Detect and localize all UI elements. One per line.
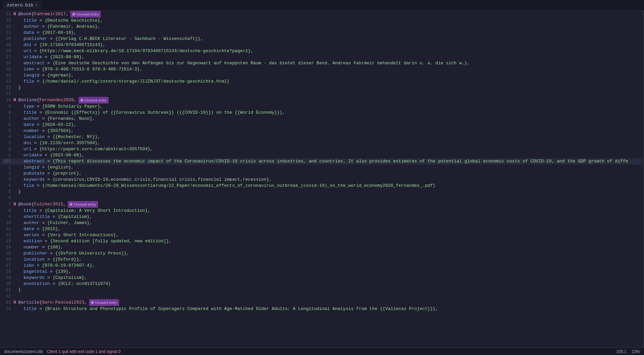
code-line: 19 doi = {10.17104/9783406715143},: [1, 42, 642, 48]
line-number: 20: [1, 281, 14, 287]
line-number: 22: [1, 24, 14, 30]
code-line: 14 langid = {ngerman},: [1, 72, 642, 79]
line-number: 16: [1, 60, 14, 66]
line-number: 22: [1, 293, 14, 299]
code-line: 5}: [1, 189, 642, 195]
line-text: date = {2020-03-22},: [18, 122, 642, 128]
code-line: 12}: [1, 85, 642, 91]
editor-container: 24H@book{Fahrmeir2017,Unused entry23 tit…: [0, 11, 644, 348]
code-line: 8 title = {Economic {{Effects}} of {{Cor…: [1, 110, 642, 116]
code-line: 3 doi = {10.2139/ssrn.3557504},: [1, 140, 642, 146]
code-line: 17 isbn = {978-0-19-872607-4},: [1, 263, 642, 269]
line-text: type = {SSRN Scholarly Paper},: [18, 104, 642, 110]
h-marker: H: [14, 299, 18, 306]
statusbar-left: documents/zotero.bib Client 1 quit with …: [4, 349, 120, 354]
line-number: 13: [1, 79, 14, 85]
code-line: 23 title = {Deutsche Geschichte},: [1, 18, 642, 24]
line-text: author = {Fahrmeir, Andreas},: [18, 24, 642, 30]
line-number: 3: [1, 140, 14, 146]
line-number: 1: [1, 152, 14, 158]
tab-zotero-bib[interactable]: zotero.bib ×: [3, 1, 42, 9]
line-text: abstract = {Eine deutsche Geschichte von…: [18, 60, 642, 66]
code-line: 5 number = {3557504},: [1, 128, 642, 134]
statusbar-position: 105,1: [616, 349, 626, 354]
code-line: 1 urldate = {2023-08-08},: [1, 152, 642, 158]
code-line: 3 keywords = {coronavirus,COVID-19,econo…: [1, 177, 642, 183]
code-line: 16 abstract = {Eine deutsche Geschichte …: [1, 60, 642, 66]
line-text: @book{Fulcher2015,Unused entry: [18, 201, 642, 208]
line-number: 23: [1, 299, 14, 306]
line-text: date = {2017-09-18},: [18, 30, 642, 36]
code-line: 22: [1, 293, 642, 299]
line-number: 5: [1, 128, 14, 134]
line-text: isbn = {978-3-406-71513-6 978-3-406-7151…: [18, 66, 642, 72]
line-number: 12: [1, 85, 14, 91]
line-number: 11: [1, 226, 14, 232]
line-text: @online{Fernandes2020,Unused entry: [18, 97, 642, 104]
line-number: 24: [1, 306, 14, 312]
code-line: 20 annotation = {OCLC: ocn913711974}: [1, 281, 642, 287]
line-text: location = {{Rochester, NY}},: [18, 134, 642, 140]
code-line: 4 location = {{Rochester, NY}},: [1, 134, 642, 140]
code-editor[interactable]: 24H@book{Fahrmeir2017,Unused entry23 tit…: [0, 11, 643, 348]
line-text: title = {Deutsche Geschichte},: [18, 18, 642, 24]
line-text: @article{Garo-Pascual2023,Unused entry: [18, 299, 642, 306]
line-number: 12: [1, 232, 14, 238]
line-text: number = {3557504},: [18, 128, 642, 134]
line-text: langid = {ngerman},: [18, 72, 642, 79]
code-line: 2 url = {https://papers.ssrn.com/abstrac…: [1, 146, 642, 152]
code-line: 20 publisher = {{Verlag C.H.BECK Literat…: [1, 36, 642, 42]
line-number: 11: [1, 91, 14, 97]
titlebar: zotero.bib ×: [0, 0, 644, 11]
code-line: 24 title = {Brain Structure and Phenotyp…: [1, 306, 642, 312]
tab-filename: zotero.bib: [7, 3, 33, 8]
line-number: 8: [1, 110, 14, 116]
code-line: 18 pagetotal = {139},: [1, 269, 642, 275]
line-number: 8: [1, 208, 14, 214]
line-text: langid = {english},: [18, 164, 642, 171]
unused-dot-icon: [70, 203, 72, 206]
code-line: 7 author = {Fernandes, Nuno},: [1, 116, 642, 122]
line-number: 4: [1, 183, 14, 189]
code-line: 9 shorttitle = {Capitalism},: [1, 214, 642, 220]
line-number: 18: [1, 48, 14, 54]
code-line: 11: [1, 91, 642, 97]
line-text: pagetotal = {139},: [18, 269, 642, 275]
line-text: url = {https://www.beck-elibrary.de/10.1…: [18, 48, 642, 54]
unused-dot-icon: [81, 99, 83, 102]
code-line: 21 date = {2017-09-18},: [1, 30, 642, 36]
code-line: 23H@article{Garo-Pascual2023,Unused entr…: [1, 299, 642, 306]
code-line: 13 file = {/home/daniel/.config/zotero/s…: [1, 79, 642, 85]
line-text: title = {Brain Structure and Phenotypic …: [18, 306, 642, 312]
line-text: title = {Capitalism: A Very Short Introd…: [18, 208, 642, 214]
line-number: 1: [1, 164, 14, 171]
statusbar-path: documents/zotero.bib: [4, 349, 43, 354]
line-text: file = {/home/daniel/.config/zotero/stor…: [18, 79, 642, 85]
line-text: series = {Very Short Introductions},: [18, 232, 642, 238]
line-number: 14: [1, 72, 14, 79]
line-text: author = {Fernandes, Nuno},: [18, 116, 642, 122]
line-number: 105: [1, 158, 14, 164]
line-number: 7: [1, 116, 14, 122]
code-line: 8 title = {Capitalism: A Very Short Intr…: [1, 208, 642, 214]
code-line: 19 keywords = {Capitalism},: [1, 275, 642, 281]
line-text: keywords = {Capitalism},: [18, 275, 642, 281]
code-line: 24H@book{Fahrmeir2017,Unused entry: [1, 11, 642, 18]
line-text: number = {108},: [18, 244, 642, 250]
code-line: 12 series = {Very Short Introductions},: [1, 232, 642, 238]
line-number: 6: [1, 195, 14, 201]
h-marker: H: [14, 201, 18, 207]
line-text: isbn = {978-0-19-872607-4},: [18, 263, 642, 269]
tab-close-icon[interactable]: ×: [35, 3, 38, 8]
line-text: publisher = {{Verlag C.H.BECK Literatur …: [18, 36, 642, 42]
line-number: 19: [1, 42, 14, 48]
line-number: 10: [1, 220, 14, 226]
line-text: }: [18, 287, 642, 293]
code-line: 13 edition = {Second edition [fully upda…: [1, 238, 642, 244]
line-text: shorttitle = {Capitalism},: [18, 214, 642, 220]
code-line: 10H@online{Fernandes2020,Unused entry: [1, 97, 642, 104]
unused-entry-badge: Unused entry: [79, 97, 109, 104]
code-line: 1 langid = {english},: [1, 164, 642, 171]
line-number: 15: [1, 250, 14, 257]
code-line: 15 isbn = {978-3-406-71513-6 978-3-406-7…: [1, 66, 642, 72]
